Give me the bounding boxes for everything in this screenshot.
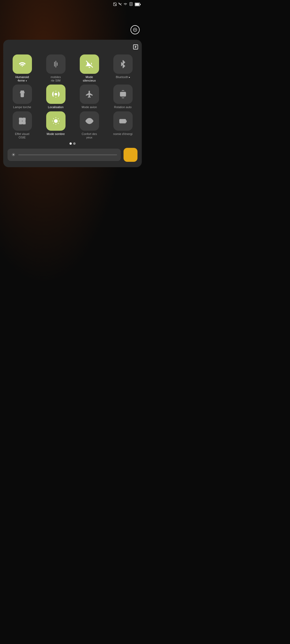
data-tile-label: mobilesrte SIM [51,75,61,82]
clock-area [0,8,145,17]
tile-eyecomfort: Confort desyeux [74,111,105,139]
sim-notification [0,22,145,38]
svg-rect-5 [135,3,139,6]
wifi-tile-label: Humanoid4eme ▾ [15,75,29,82]
torch-tile-label: Lampe torche [13,105,31,109]
dark-tile-label: Mode sombre [47,132,65,136]
tile-dark: Mode sombre [40,111,71,139]
panel-header [6,44,139,51]
svg-rect-15 [120,92,126,96]
silent-toggle-button[interactable] [80,54,99,74]
tile-airplane: Mode avion [74,85,105,109]
sim-settings-icon[interactable] [130,25,140,34]
brightness-track [18,154,117,155]
brightness-icon: ☀ [11,152,16,158]
page-dot-2[interactable] [73,142,75,145]
status-bar [0,0,145,8]
tile-osie: Effet visuelOSIE [6,111,38,139]
tile-rotation: Rotation auto [107,85,139,109]
svg-line-0 [119,3,122,6]
eyecomfort-tile-label: Confort desyeux [82,132,97,139]
bluetooth-toggle-button[interactable] [113,54,133,74]
no-sim-icon [113,2,117,6]
vibrate-off-icon [118,2,122,6]
batterysave-tile-label: nomie d'énergi [113,132,133,136]
page-dot-1[interactable] [70,142,72,145]
svg-rect-16 [19,118,22,120]
batterysave-toggle-button[interactable] [113,111,133,131]
torch-toggle-button[interactable] [13,85,32,104]
dark-toggle-button[interactable] [46,111,66,131]
brightness-row: ☀ [6,147,139,162]
brightness-slider[interactable]: ☀ [8,149,121,161]
bluetooth-tile-label: Bluetooth ▾ [116,75,130,79]
svg-rect-18 [19,121,22,124]
tiles-row-1: Humanoid4eme ▾ mobilesrte SIM [6,54,139,82]
tile-data: mobilesrte SIM [40,54,71,82]
data-toggle-button[interactable] [46,54,66,74]
svg-point-14 [55,93,57,96]
svg-point-6 [135,29,136,30]
rotation-toggle-button[interactable] [113,85,133,104]
tiles-row-3: Effet visuelOSIE Mode sombre [6,111,139,139]
page-indicators [6,142,139,145]
eyecomfort-toggle-button[interactable] [80,111,99,131]
location-tile-label: Localisation [48,105,63,109]
tile-location: Localisation [40,85,71,109]
tile-wifi: Humanoid4eme ▾ [6,54,38,82]
airplane-toggle-button[interactable] [80,85,99,104]
edit-panel-icon[interactable] [133,44,139,51]
tiles-row-2: Lampe torche Localisation Mode avion [6,85,139,109]
sim-x-icon [129,2,133,6]
auto-brightness-button[interactable] [124,148,137,162]
tile-torch: Lampe torche [6,85,38,109]
tile-bluetooth: Bluetooth ▾ [107,54,139,82]
silent-tile-label: Modesilencieux [83,75,96,82]
svg-rect-17 [23,118,25,120]
bluetooth-dropdown-arrow: ▾ [128,76,130,79]
wifi-icon [123,2,128,6]
wifi-dropdown-arrow: ▾ [26,80,27,82]
airplane-tile-label: Mode avion [82,105,97,109]
tile-batterysave: nomie d'énergi [107,111,139,139]
battery-icon [135,3,141,6]
osie-tile-label: Effet visuelOSIE [15,132,30,139]
wifi-toggle-button[interactable] [13,54,32,74]
location-toggle-button[interactable] [46,85,66,104]
svg-point-20 [54,119,57,123]
status-icons [113,2,141,6]
svg-rect-19 [23,121,25,124]
tile-silent: Modesilencieux [74,54,105,82]
osie-toggle-button[interactable] [13,111,32,131]
quick-settings-panel: Humanoid4eme ▾ mobilesrte SIM [3,40,142,167]
rotation-tile-label: Rotation auto [114,105,132,109]
